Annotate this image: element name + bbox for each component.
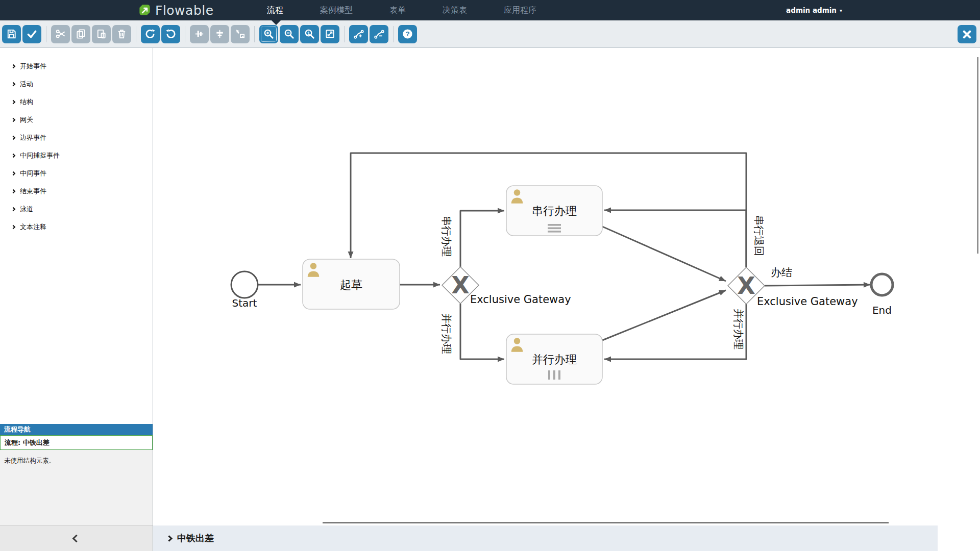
editor-toolbar: 1 ?: [0, 20, 980, 48]
zoom-out-button[interactable]: [280, 25, 299, 43]
redo-icon: [144, 28, 156, 40]
palette-group-边界事件[interactable]: 边界事件: [0, 129, 153, 146]
align-vertical-button[interactable]: [190, 25, 209, 43]
start-event-node[interactable]: [231, 271, 258, 298]
bendpoint-remove-button[interactable]: [370, 25, 388, 43]
palette-group-网关[interactable]: 网关: [0, 111, 153, 129]
redo-button[interactable]: [141, 25, 160, 43]
close-icon: [961, 29, 973, 40]
palette-group-文本注释[interactable]: 文本注释: [0, 218, 153, 236]
palette-group-label: 中间捕捉事件: [20, 151, 60, 160]
paste-button[interactable]: [92, 25, 111, 43]
palette-group-活动[interactable]: 活动: [0, 75, 153, 93]
palette-group-中间事件[interactable]: 中间事件: [0, 164, 153, 182]
toolbar-separator: [46, 26, 46, 42]
zoom-in-button[interactable]: [259, 25, 278, 43]
zoom-in-icon: [263, 28, 275, 40]
canvas-horizontal-scrollbar[interactable]: [323, 522, 889, 523]
palette-group-label: 中间事件: [20, 169, 46, 178]
zoom-actual-button[interactable]: 1: [300, 25, 319, 43]
edge-parallel-to-gateway2[interactable]: [602, 290, 726, 340]
chevron-right-icon: [11, 171, 15, 175]
same-size-button[interactable]: [231, 25, 250, 43]
align-vertical-icon: [193, 28, 205, 40]
cut-button[interactable]: [51, 25, 70, 43]
edge-gateway2-to-end[interactable]: [765, 285, 870, 286]
save-button[interactable]: [2, 25, 21, 43]
breadcrumb-bar: 中铁出差: [153, 525, 938, 551]
gateway-x-symbol: X: [737, 272, 755, 299]
main-nav-tabs: 流程案例模型表单决策表应用程序: [267, 0, 536, 20]
tab-应用程序[interactable]: 应用程序: [504, 5, 536, 16]
breadcrumb[interactable]: 中铁出差: [177, 532, 214, 544]
close-editor-button[interactable]: [958, 25, 976, 43]
user-menu[interactable]: admin admin ▾: [786, 0, 842, 20]
palette-group-泳道[interactable]: 泳道: [0, 200, 153, 218]
tab-案例模型[interactable]: 案例模型: [320, 5, 353, 16]
palette-group-结束事件[interactable]: 结束事件: [0, 182, 153, 200]
zoom-fit-icon: [324, 28, 336, 40]
palette-group-label: 开始事件: [20, 62, 46, 71]
edge-label-parallel-return: 并行办理: [732, 309, 745, 349]
bpmn-diagram: Start 起草 串行办理 并行办理: [154, 48, 980, 525]
user-task-parallel[interactable]: 并行办理: [506, 334, 602, 384]
undo-button[interactable]: [161, 25, 180, 43]
shape-palette: 开始事件活动结构网关边界事件中间捕捉事件中间事件结束事件泳道文本注释: [0, 48, 153, 236]
process-navigation-panel: 流程导航 流程: 中铁出差 未使用结构元素。: [0, 424, 153, 525]
collapse-sidebar-button[interactable]: [0, 525, 153, 551]
edge-label-to-serial: 串行办理: [440, 216, 453, 257]
palette-group-label: 活动: [20, 80, 33, 89]
start-event-label: Start: [232, 297, 257, 309]
same-size-icon: [234, 28, 246, 40]
process-navigation-header: 流程导航: [0, 424, 153, 435]
chevron-right-icon: [11, 189, 15, 193]
end-event-label: End: [872, 304, 892, 316]
palette-group-结构[interactable]: 结构: [0, 93, 153, 111]
chevron-right-icon: [11, 82, 15, 86]
task-label: 起草: [340, 279, 362, 291]
palette-group-label: 结构: [20, 97, 33, 107]
palette-group-中间捕捉事件[interactable]: 中间捕捉事件: [0, 146, 153, 164]
palette-group-label: 泳道: [20, 205, 33, 214]
palette-sidebar: 开始事件活动结构网关边界事件中间捕捉事件中间事件结束事件泳道文本注释 流程导航 …: [0, 48, 153, 551]
palette-group-开始事件[interactable]: 开始事件: [0, 57, 153, 75]
delete-button[interactable]: [112, 25, 131, 43]
cut-icon: [55, 28, 66, 40]
bpmn-canvas[interactable]: Start 起草 串行办理 并行办理: [154, 48, 980, 525]
tab-流程[interactable]: 流程: [267, 5, 283, 16]
canvas-vertical-scrollbar[interactable]: [977, 57, 978, 254]
align-horizontal-icon: [214, 28, 226, 40]
bendpoint-add-icon: [353, 28, 364, 40]
chevron-right-icon: [11, 99, 15, 104]
zoom-fit-button[interactable]: [321, 25, 339, 43]
edge-serial-to-gateway2[interactable]: [602, 227, 726, 281]
tab-决策表[interactable]: 决策表: [443, 5, 467, 16]
validate-button[interactable]: [22, 25, 41, 43]
process-navigation-hint: 未使用结构元素。: [0, 450, 153, 472]
edge-gateway1-to-serial[interactable]: [460, 211, 504, 267]
save-icon: [6, 28, 17, 40]
tab-表单[interactable]: 表单: [389, 5, 406, 16]
align-horizontal-button[interactable]: [210, 25, 229, 43]
end-event-node[interactable]: [871, 274, 893, 295]
toolbar-separator: [136, 26, 136, 42]
parallel-multi-instance-icon: [548, 370, 560, 380]
palette-group-label: 文本注释: [20, 222, 46, 232]
help-button[interactable]: ?: [398, 25, 417, 43]
toolbar-separator: [254, 26, 255, 42]
toolbar-separator: [185, 26, 185, 42]
user-name: admin admin: [786, 6, 837, 14]
user-task-draft[interactable]: 起草: [303, 259, 400, 309]
user-task-serial[interactable]: 串行办理: [506, 186, 602, 236]
flowable-logo-icon: [138, 4, 152, 17]
bendpoint-add-button[interactable]: [349, 25, 368, 43]
task-label: 串行办理: [532, 205, 577, 217]
validate-check-icon: [26, 28, 38, 40]
edge-gateway1-to-parallel[interactable]: [460, 304, 504, 359]
active-tab-caret: [272, 20, 281, 25]
process-navigation-current[interactable]: 流程: 中铁出差: [0, 435, 153, 450]
chevron-right-icon: [11, 135, 15, 139]
edge-label-finish: 办结: [771, 266, 792, 279]
copy-button[interactable]: [71, 25, 90, 43]
toolbar-separator: [344, 26, 345, 42]
